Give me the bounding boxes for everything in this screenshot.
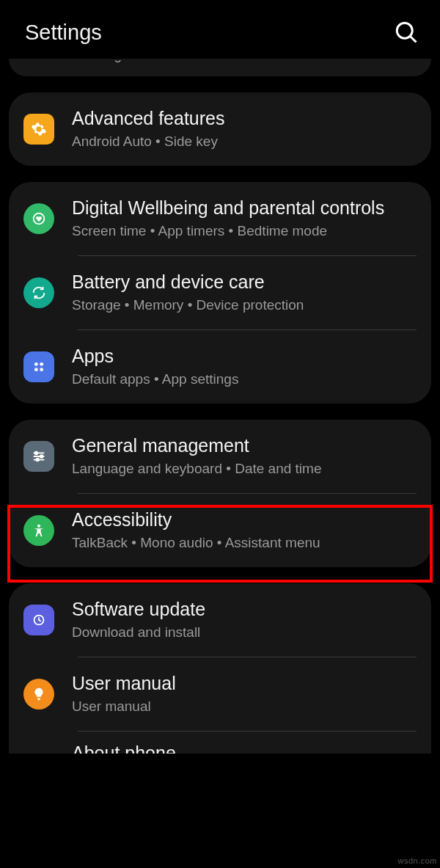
item-apps[interactable]: Apps Default apps • App settings (9, 330, 431, 404)
svg-point-0 (397, 23, 412, 38)
cutoff-right: Smart Switch (224, 60, 306, 63)
cutoff-left: Manage accounts (79, 60, 189, 63)
bulb-icon (23, 679, 54, 710)
sub-advanced-features: Android Auto • Side key (72, 133, 417, 151)
title-advanced-features: Advanced features (72, 107, 417, 130)
sub-user-manual: User manual (72, 698, 417, 716)
card-accounts-partial: Manage accounts • Smart Switch (9, 59, 431, 76)
sub-general-management: Language and keyboard • Date and time (72, 460, 417, 478)
svg-point-11 (40, 455, 43, 458)
svg-point-10 (35, 451, 38, 454)
settings-header: Settings (0, 0, 440, 59)
item-software-update[interactable]: Software update Download and install (9, 583, 431, 657)
settings-scroll[interactable]: Manage accounts • Smart Switch Advanced … (0, 59, 440, 754)
item-accessibility[interactable]: Accessibility TalkBack • Mono audio • As… (9, 494, 431, 567)
card-advanced: Advanced features Android Auto • Side ke… (9, 92, 431, 166)
sub-battery-care: Storage • Memory • Device protection (72, 296, 417, 315)
card-software-group: Software update Download and install Use… (9, 583, 431, 754)
item-advanced-features[interactable]: Advanced features Android Auto • Side ke… (9, 92, 431, 166)
item-user-manual[interactable]: User manual User manual (9, 657, 431, 731)
card-general-group: General management Language and keyboard… (9, 420, 431, 567)
title-user-manual: User manual (72, 672, 417, 695)
item-digital-wellbeing[interactable]: Digital Wellbeing and parental controls … (9, 182, 431, 255)
cutoff-row: Manage accounts • Smart Switch (9, 60, 431, 76)
page-title: Settings (25, 21, 102, 45)
person-icon (23, 515, 54, 546)
title-software-update: Software update (72, 598, 417, 621)
sub-digital-wellbeing: Screen time • App timers • Bedtime mode (72, 222, 417, 241)
sub-software-update: Download and install (72, 624, 417, 642)
watermark: wsdn.com (397, 856, 437, 865)
title-about-phone: About phone (72, 742, 417, 754)
title-apps: Apps (72, 345, 417, 368)
svg-point-6 (40, 368, 43, 371)
search-button[interactable] (393, 19, 419, 45)
svg-point-5 (34, 368, 38, 371)
svg-point-4 (40, 362, 43, 366)
item-general-management[interactable]: General management Language and keyboard… (9, 420, 431, 493)
svg-point-13 (37, 524, 40, 527)
heart-ring-icon (23, 203, 54, 234)
svg-point-3 (34, 362, 38, 366)
refresh-ring-icon (23, 277, 54, 308)
item-battery-care[interactable]: Battery and device care Storage • Memory… (9, 256, 431, 329)
sub-apps: Default apps • App settings (72, 371, 417, 389)
title-battery-care: Battery and device care (72, 271, 417, 293)
search-icon (393, 19, 419, 45)
title-general-management: General management (72, 434, 417, 457)
title-accessibility: Accessibility (72, 508, 417, 531)
update-badge-icon (23, 605, 54, 635)
svg-line-1 (411, 37, 417, 43)
gear-badge-icon (23, 114, 54, 145)
dots-four-icon (23, 351, 54, 382)
title-digital-wellbeing: Digital Wellbeing and parental controls (72, 197, 417, 219)
sliders-icon (23, 441, 54, 472)
card-wellbeing-group: Digital Wellbeing and parental controls … (9, 182, 431, 404)
sub-accessibility: TalkBack • Mono audio • Assistant menu (72, 534, 417, 552)
item-about-phone[interactable]: About phone (9, 732, 431, 754)
svg-point-12 (36, 458, 39, 461)
